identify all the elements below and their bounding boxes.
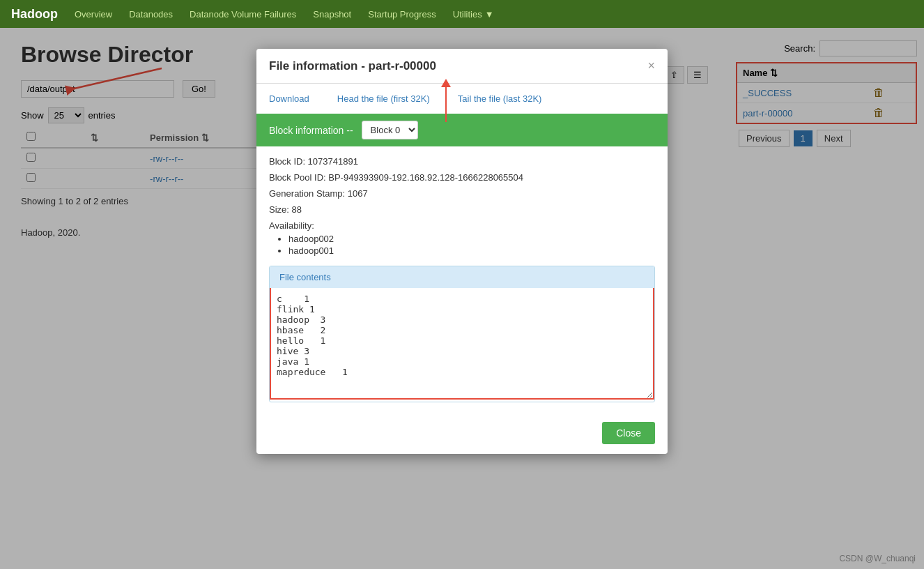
availability-list: hadoop002 hadoop001 <box>269 234 655 256</box>
file-contents-textarea[interactable] <box>270 288 654 400</box>
modal-body: Block ID: 1073741891 Block Pool ID: BP-9… <box>256 146 668 412</box>
nav-item-startup-progress[interactable]: Startup Progress <box>368 9 436 20</box>
download-link[interactable]: Download <box>269 93 309 104</box>
navbar: Hadoop Overview Datanodes Datanode Volum… <box>0 0 924 28</box>
navbar-brand[interactable]: Hadoop <box>11 7 58 22</box>
tail-file-link[interactable]: Tail the file (last 32K) <box>458 93 542 104</box>
background-page: Browse Director Go! Show 25 50 100 entri… <box>0 28 924 569</box>
block-size: Size: 88 <box>269 204 655 215</box>
modal-close-btn[interactable]: Close <box>602 422 655 444</box>
modal-footer: Close <box>256 412 668 454</box>
nav-item-utilities[interactable]: Utilities ▼ <box>453 9 494 20</box>
file-contents-header: File contents <box>270 266 654 288</box>
nav-item-snapshot[interactable]: Snapshot <box>313 9 351 20</box>
block-pool-id: Block Pool ID: BP-949393909-192.168.92.1… <box>269 172 655 183</box>
head-file-link[interactable]: Head the file (first 32K) <box>337 93 430 104</box>
nav-item-datanodes[interactable]: Datanodes <box>129 9 173 20</box>
nav-item-datanode-volume-failures[interactable]: Datanode Volume Failures <box>190 9 296 20</box>
modal-title: File information - part-r-00000 <box>269 59 436 73</box>
avail-node-2: hadoop001 <box>288 245 655 256</box>
avail-node-1: hadoop002 <box>288 234 655 244</box>
file-info-modal: File information - part-r-00000 × Downlo… <box>256 49 668 454</box>
availability-section: Availability: hadoop002 hadoop001 <box>269 220 655 256</box>
block-id: Block ID: 1073741891 <box>269 156 655 167</box>
block-select[interactable]: Block 0 <box>362 121 418 139</box>
generation-stamp: Generation Stamp: 1067 <box>269 188 655 199</box>
nav-item-overview[interactable]: Overview <box>75 9 112 20</box>
availability-label: Availability: <box>269 220 655 231</box>
block-info-bar: Block information -- Block 0 <box>256 114 668 146</box>
modal-header: File information - part-r-00000 × <box>256 49 668 84</box>
file-contents-section: File contents <box>269 266 655 402</box>
modal-links: Download Head the file (first 32K) Tail … <box>256 84 668 114</box>
modal-close-button[interactable]: × <box>647 59 655 73</box>
block-info-label: Block information -- <box>269 125 353 136</box>
